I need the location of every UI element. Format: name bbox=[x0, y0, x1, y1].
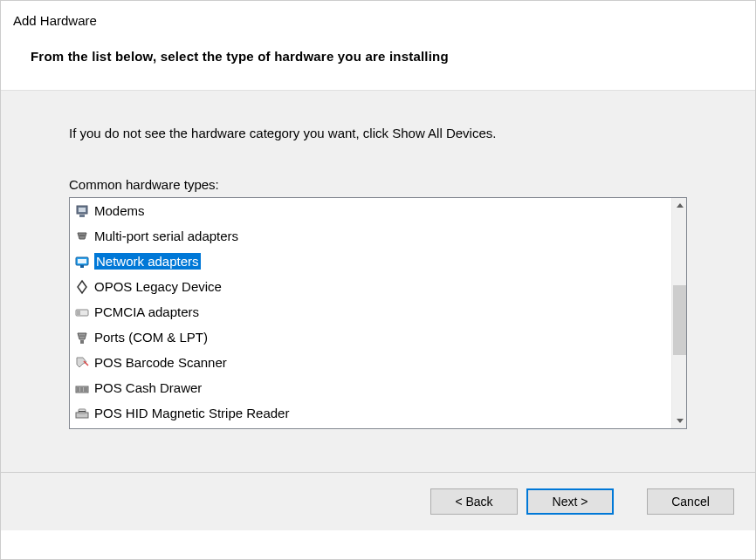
svg-point-12 bbox=[81, 335, 82, 336]
svg-point-3 bbox=[79, 235, 80, 236]
list-item-label: POS Cash Drawer bbox=[94, 380, 202, 395]
svg-rect-17 bbox=[77, 387, 79, 392]
svg-point-11 bbox=[79, 335, 80, 336]
list-item-multiport-serial[interactable]: Multi-port serial adapters bbox=[70, 223, 671, 249]
serial-adapter-icon bbox=[73, 228, 91, 245]
list-item-label: Multi-port serial adapters bbox=[94, 229, 238, 243]
svg-rect-14 bbox=[80, 340, 84, 344]
list-item-label: PCMCIA adapters bbox=[94, 304, 199, 319]
hardware-types-listbox[interactable]: Modems Multi-port serial adapters Networ… bbox=[69, 197, 687, 429]
svg-rect-19 bbox=[84, 387, 87, 392]
barcode-scanner-icon bbox=[73, 354, 91, 372]
svg-point-13 bbox=[83, 335, 84, 336]
list-item-barcode-scanner[interactable]: POS Barcode Scanner bbox=[70, 350, 671, 375]
list-item-cash-drawer[interactable]: POS Cash Drawer bbox=[70, 375, 671, 400]
dialog-content: If you do not see the hardware category … bbox=[1, 90, 755, 472]
cancel-button[interactable]: Cancel bbox=[647, 488, 734, 515]
list-item-network-adapters[interactable]: Network adapters bbox=[70, 249, 671, 274]
back-button[interactable]: < Back bbox=[430, 488, 518, 515]
list-item-magstripe[interactable]: POS HID Magnetic Stripe Reader bbox=[70, 400, 671, 426]
next-button[interactable]: Next > bbox=[526, 488, 614, 515]
dialog-header: Add Hardware From the list below, select… bbox=[1, 1, 755, 90]
list-item-label: OPOS Legacy Device bbox=[94, 279, 222, 294]
list-item-pcmcia[interactable]: PCMCIA adapters bbox=[70, 299, 671, 324]
list-items-container: Modems Multi-port serial adapters Networ… bbox=[70, 198, 671, 428]
list-label: Common hardware types: bbox=[69, 177, 687, 192]
svg-rect-8 bbox=[80, 265, 84, 268]
instruction-title: From the list below, select the type of … bbox=[31, 49, 738, 64]
dialog-footer: < Back Next > Cancel bbox=[1, 472, 755, 530]
svg-rect-10 bbox=[77, 311, 80, 315]
svg-rect-22 bbox=[79, 411, 86, 413]
list-item-label: Network adapters bbox=[94, 253, 201, 270]
opos-icon bbox=[73, 278, 91, 296]
svg-point-5 bbox=[83, 235, 84, 236]
scroll-thumb[interactable] bbox=[673, 285, 686, 355]
list-item-label: POS HID Magnetic Stripe Reader bbox=[94, 406, 289, 420]
scroll-down-arrow[interactable] bbox=[672, 413, 687, 428]
svg-rect-18 bbox=[80, 387, 83, 392]
scroll-up-arrow[interactable] bbox=[672, 198, 687, 213]
list-item-label: Modems bbox=[94, 203, 145, 218]
button-spacer bbox=[622, 488, 638, 515]
list-item-ports[interactable]: Ports (COM & LPT) bbox=[70, 324, 671, 350]
cash-drawer-icon bbox=[73, 379, 91, 397]
list-item-opos[interactable]: OPOS Legacy Device bbox=[70, 274, 671, 299]
window-title: Add Hardware bbox=[13, 13, 738, 28]
modem-icon bbox=[73, 202, 91, 220]
list-item-label: POS Barcode Scanner bbox=[94, 355, 227, 370]
ports-icon bbox=[73, 329, 91, 346]
svg-rect-2 bbox=[79, 215, 85, 217]
svg-point-4 bbox=[81, 235, 82, 236]
network-adapter-icon bbox=[73, 253, 91, 270]
help-text: If you do not see the hardware category … bbox=[69, 126, 687, 140]
list-item-label: Ports (COM & LPT) bbox=[94, 330, 208, 345]
pcmcia-icon bbox=[73, 304, 91, 321]
svg-rect-1 bbox=[79, 208, 86, 212]
svg-rect-7 bbox=[78, 259, 86, 263]
listbox-scrollbar[interactable] bbox=[671, 198, 686, 428]
magstripe-icon bbox=[73, 405, 91, 422]
list-item-modems[interactable]: Modems bbox=[70, 198, 671, 223]
